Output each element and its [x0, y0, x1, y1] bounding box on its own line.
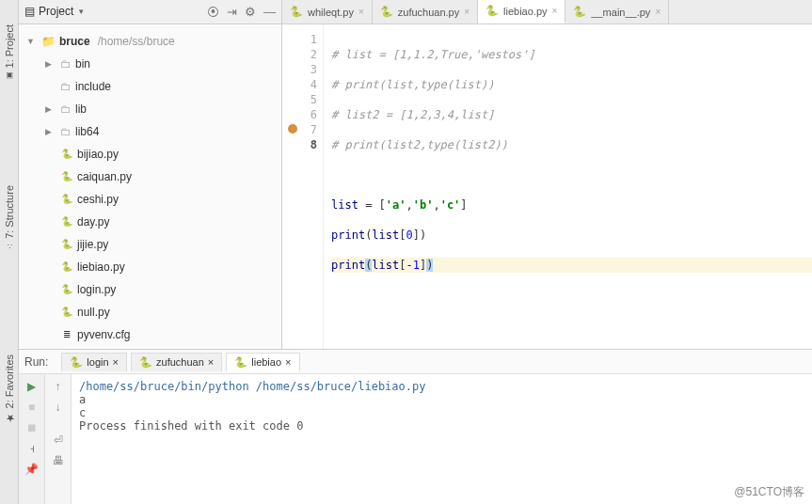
tree-file[interactable]: 🐍jijie.py: [23, 233, 278, 256]
left-tool-gutter: ▣ 1: Project ∴ 7: Structure ★ 2: Favorit…: [0, 0, 19, 504]
editor-area: 🐍whileqt.py× 🐍zufuchuan.py× 🐍liebiao.py×…: [282, 0, 812, 349]
tree-file[interactable]: 🐍liebiao.py: [23, 256, 278, 278]
tree-file[interactable]: 🐍caiquan.py: [23, 165, 278, 188]
run-tab-active[interactable]: 🐍liebiao ×: [226, 353, 299, 371]
run-tab[interactable]: 🐍login ×: [61, 353, 127, 371]
python-file-icon: 🐍: [60, 260, 73, 274]
locate-icon[interactable]: ⦿: [207, 5, 219, 19]
folder-icon: 📁: [41, 35, 56, 48]
run-label: Run:: [24, 355, 48, 369]
stop-icon[interactable]: ■: [28, 401, 35, 414]
collapse-icon[interactable]: ⇥: [227, 5, 237, 19]
python-file-icon: 🐍: [60, 193, 73, 206]
project-panel: ▤ Project ▼ ⦿ ⇥ ⚙ — ▼ 📁 bruce /home/ss/b…: [19, 0, 282, 349]
hide-icon[interactable]: —: [263, 5, 276, 19]
run-controls-secondary: ↑ ↓ ⏎ 🖶: [45, 374, 72, 504]
project-view-icon: ▤: [24, 5, 35, 18]
run-controls-primary: ▶ ■ ⏹ ⫞ 📌: [19, 374, 45, 504]
run-output[interactable]: /home/ss/bruce/bin/python /home/ss/bruce…: [72, 374, 812, 504]
tree-folder[interactable]: ▶🗀 lib64: [23, 120, 278, 143]
editor-tab[interactable]: 🐍zufuchuan.py×: [373, 0, 478, 24]
output-line: a: [79, 393, 804, 406]
editor-tab[interactable]: 🐍__main__.py×: [565, 0, 669, 24]
soft-wrap-icon[interactable]: ⏎: [54, 433, 63, 447]
output-line: Process finished with exit code 0: [79, 419, 804, 433]
python-run-icon: 🐍: [70, 356, 83, 369]
editor-tab[interactable]: 🐍whileqt.py×: [282, 0, 373, 24]
tree-folder[interactable]: ▶🗀 bin: [23, 53, 278, 75]
cfg-file-icon: ≣: [60, 328, 73, 341]
project-tree: ▼ 📁 bruce /home/ss/bruce ▶🗀 bin 🗀 includ…: [19, 24, 281, 349]
project-tool-tab[interactable]: ▣ 1: Project: [3, 19, 16, 86]
run-tab[interactable]: 🐍zufuchuan ×: [131, 353, 222, 371]
tree-file[interactable]: 🐍bijiao.py: [23, 143, 278, 165]
print-icon[interactable]: 🖶: [53, 454, 64, 467]
python-file-icon: 🐍: [60, 238, 73, 251]
project-dropdown-icon[interactable]: ▼: [77, 8, 85, 16]
run-command: /home/ss/bruce/bin/python /home/ss/bruce…: [79, 380, 804, 393]
close-icon[interactable]: ×: [113, 356, 119, 368]
python-file-icon: 🐍: [486, 5, 499, 17]
close-icon[interactable]: ×: [655, 7, 661, 17]
line-gutter: 1 2 3 4 5 6 7 8: [282, 24, 324, 349]
python-file-icon: 🐍: [60, 170, 73, 183]
close-icon[interactable]: ×: [285, 356, 291, 368]
rerun-icon[interactable]: ▶: [27, 380, 36, 393]
output-line: c: [79, 406, 804, 419]
close-icon[interactable]: ×: [358, 7, 364, 17]
tree-file[interactable]: 🐍day.py: [23, 211, 278, 233]
python-file-icon: 🐍: [60, 215, 73, 228]
favorites-tool-tab[interactable]: ★ 2: Favorites: [2, 349, 16, 430]
tree-root[interactable]: ▼ 📁 bruce /home/ss/bruce: [23, 30, 278, 53]
tree-file[interactable]: 🐍login.py: [23, 278, 278, 301]
code-editor[interactable]: 1 2 3 4 5 6 7 8 # list = [1,1.2,True,'we…: [282, 24, 812, 349]
layout-icon[interactable]: ⫞: [29, 442, 35, 455]
close-icon[interactable]: ×: [208, 356, 214, 368]
tree-file[interactable]: ≣pyvenv.cfg: [23, 323, 278, 346]
folder-icon: 🗀: [60, 80, 72, 93]
editor-tab-active[interactable]: 🐍liebiao.py×: [478, 0, 565, 24]
project-panel-header: ▤ Project ▼ ⦿ ⇥ ⚙ —: [19, 0, 281, 24]
stop-all-icon[interactable]: ⏹: [26, 421, 38, 434]
down-icon[interactable]: ↓: [56, 401, 61, 414]
folder-icon: 🗀: [60, 57, 72, 71]
python-run-icon: 🐍: [234, 356, 247, 369]
editor-tab-bar: 🐍whileqt.py× 🐍zufuchuan.py× 🐍liebiao.py×…: [282, 0, 812, 24]
close-icon[interactable]: ×: [552, 6, 558, 16]
tree-file[interactable]: 🐍null.py: [23, 301, 278, 323]
breakpoint-icon[interactable]: [288, 124, 297, 134]
tree-folder[interactable]: ▶🗀 lib: [23, 98, 278, 120]
python-run-icon: 🐍: [139, 356, 152, 369]
tree-file[interactable]: 🐍ceshi.py: [23, 188, 278, 211]
up-icon[interactable]: ↑: [56, 380, 61, 393]
tree-folder[interactable]: 🗀 include: [23, 75, 278, 98]
python-file-icon: 🐍: [60, 306, 73, 319]
code-content[interactable]: # list = [1,1.2,True,'westos'] # print(l…: [324, 24, 812, 349]
python-file-icon: 🐍: [573, 6, 586, 18]
project-title: Project: [39, 5, 73, 18]
structure-tool-tab[interactable]: ∴ 7: Structure: [3, 180, 16, 256]
close-icon[interactable]: ×: [464, 7, 470, 17]
python-file-icon: 🐍: [60, 283, 73, 296]
python-file-icon: 🐍: [380, 6, 393, 18]
folder-icon: 🗀: [60, 102, 72, 116]
run-tab-bar: Run: 🐍login × 🐍zufuchuan × 🐍liebiao ×: [19, 350, 812, 374]
pin-icon[interactable]: 📌: [24, 463, 39, 476]
python-file-icon: 🐍: [290, 6, 303, 18]
settings-icon[interactable]: ⚙: [245, 5, 256, 19]
watermark: @51CTO博客: [734, 484, 804, 500]
python-file-icon: 🐍: [60, 148, 73, 161]
run-panel: Run: 🐍login × 🐍zufuchuan × 🐍liebiao × ▶ …: [19, 349, 812, 504]
folder-icon: 🗀: [60, 125, 72, 138]
